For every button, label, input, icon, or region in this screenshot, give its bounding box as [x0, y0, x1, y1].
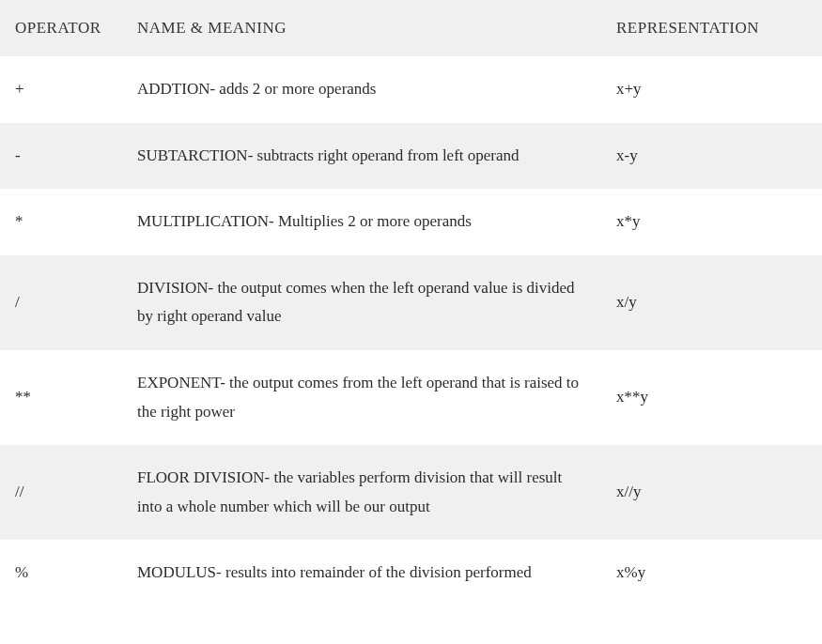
cell-representation: x**y: [601, 350, 822, 445]
table-row: // FLOOR DIVISION- the variables perform…: [0, 445, 822, 540]
table-row: + ADDTION- adds 2 or more operands x+y: [0, 56, 822, 123]
cell-operator: //: [0, 445, 122, 540]
header-name: NAME & MEANING: [122, 0, 601, 56]
cell-operator: /: [0, 255, 122, 350]
table-row: ** EXPONENT- the output comes from the l…: [0, 350, 822, 445]
operators-table: OPERATOR NAME & MEANING REPRESENTATION +…: [0, 0, 822, 606]
cell-name: DIVISION- the output comes when the left…: [122, 255, 601, 350]
cell-name: SUBTARCTION- subtracts right operand fro…: [122, 123, 601, 190]
header-representation: REPRESENTATION: [601, 0, 822, 56]
cell-name: EXPONENT- the output comes from the left…: [122, 350, 601, 445]
cell-representation: x+y: [601, 56, 822, 123]
cell-name: ADDTION- adds 2 or more operands: [122, 56, 601, 123]
cell-operator: %: [0, 540, 122, 606]
table-row: / DIVISION- the output comes when the le…: [0, 255, 822, 350]
cell-representation: x/y: [601, 255, 822, 350]
cell-representation: x%y: [601, 540, 822, 606]
table-row: - SUBTARCTION- subtracts right operand f…: [0, 123, 822, 190]
cell-name: MULTIPLICATION- Multiplies 2 or more ope…: [122, 189, 601, 255]
cell-representation: x*y: [601, 189, 822, 255]
cell-operator: -: [0, 123, 122, 190]
cell-operator: +: [0, 56, 122, 123]
table-row: % MODULUS- results into remainder of the…: [0, 540, 822, 606]
cell-operator: *: [0, 189, 122, 255]
header-operator: OPERATOR: [0, 0, 122, 56]
cell-representation: x//y: [601, 445, 822, 540]
table-header-row: OPERATOR NAME & MEANING REPRESENTATION: [0, 0, 822, 56]
cell-name: MODULUS- results into remainder of the d…: [122, 540, 601, 606]
cell-operator: **: [0, 350, 122, 445]
cell-representation: x-y: [601, 123, 822, 190]
table-row: * MULTIPLICATION- Multiplies 2 or more o…: [0, 189, 822, 255]
cell-name: FLOOR DIVISION- the variables perform di…: [122, 445, 601, 540]
